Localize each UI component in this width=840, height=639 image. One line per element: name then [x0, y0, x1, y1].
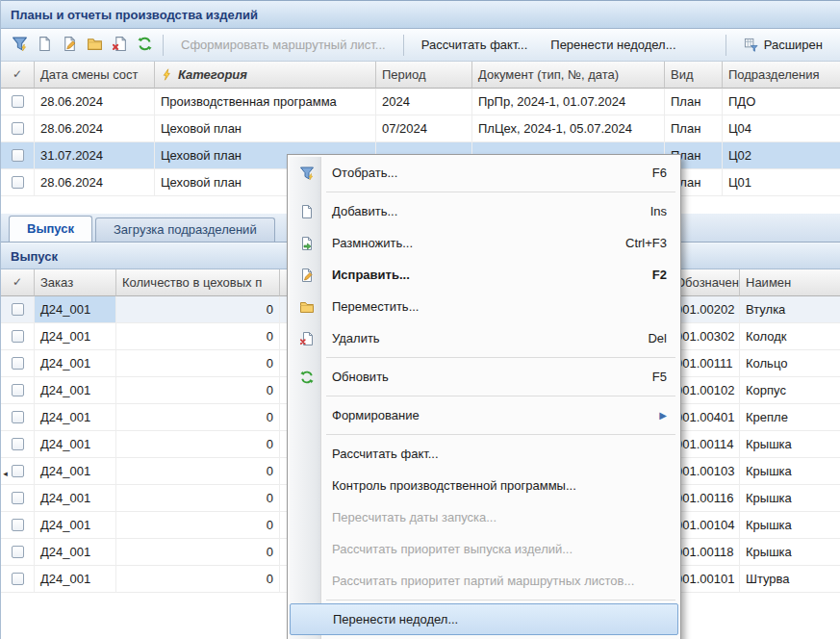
name-cell: Штурва	[740, 566, 840, 593]
menu-item-label: Контроль производственной программы...	[332, 478, 576, 493]
order-cell: Д24_001	[35, 512, 116, 539]
menu-shortcut: F5	[633, 370, 667, 384]
checkbox	[12, 411, 24, 423]
menu-item-0[interactable]: Отобрать...F6	[290, 157, 678, 189]
refresh-icon	[137, 36, 153, 55]
folder-icon	[87, 36, 103, 55]
menu-item-4[interactable]: Исправить...F2	[290, 259, 678, 291]
tab-0[interactable]: Выпуск	[9, 216, 92, 242]
refresh-icon	[299, 370, 315, 385]
section-title: Выпуск	[11, 249, 58, 264]
toolbar-button-2[interactable]: Перенести недодел...	[539, 33, 687, 58]
menu-separator	[326, 192, 675, 192]
row-select-checkbox[interactable]	[1, 115, 35, 142]
toolbar-refresh-button[interactable]	[132, 33, 157, 58]
toolbar-button-0[interactable]: Сформировать маршрутный лист...	[169, 33, 397, 58]
toolbar-edit-button[interactable]	[57, 33, 82, 58]
row-select-checkbox[interactable]	[1, 377, 35, 404]
order-cell: Д24_001	[35, 377, 116, 404]
tab-1[interactable]: Загрузка подразделений	[95, 217, 275, 242]
menu-item-15[interactable]: Рассчитать приоритет выпуска изделий...	[290, 533, 678, 565]
plans-row-1[interactable]: 28.06.2024Цеховой план07/2024ПлЦех, 2024…	[1, 115, 840, 142]
checkbox	[12, 176, 24, 189]
menu-item-label: Пересчитать даты запуска...	[332, 510, 496, 524]
menu-item-label: Добавить...	[332, 204, 397, 218]
menu-item-18[interactable]: Перенести недодел...	[290, 603, 678, 635]
row-select-checkbox[interactable]	[1, 566, 35, 593]
menu-item-3[interactable]: Размножить...Ctrl+F3	[290, 227, 678, 259]
plans-table-column-header-1[interactable]: Категория	[155, 62, 376, 89]
column-title: Обозначение	[675, 275, 740, 290]
output-table-column-header-4[interactable]: Наимен	[740, 269, 840, 296]
tab-label: Загрузка подразделений	[114, 222, 257, 237]
menu-shortcut: Ctrl+F3	[606, 236, 667, 250]
row-select-checkbox[interactable]	[1, 512, 35, 539]
menu-item-5[interactable]: Переместить...	[290, 291, 678, 322]
menu-item-label: Рассчитать приоритет выпуска изделий...	[332, 542, 573, 556]
row-select-checkbox[interactable]	[1, 350, 35, 377]
plans-cell: Ц01	[723, 169, 840, 196]
quantity-cell: 0	[116, 323, 280, 350]
quantity-cell: 0	[116, 296, 280, 323]
plans-cell: Ц02	[723, 142, 840, 169]
quantity-cell: 0	[116, 539, 280, 566]
select-all-header[interactable]: ✓	[1, 269, 35, 296]
copy-doc-icon	[299, 236, 315, 251]
plans-table-column-header-5[interactable]: Подразделения	[723, 62, 840, 89]
splitter-collapse-button[interactable]: ◂	[1, 452, 10, 495]
row-select-checkbox[interactable]	[1, 142, 35, 169]
menu-item-16[interactable]: Рассчитать приоритет партий маршрутных л…	[290, 565, 678, 597]
menu-item-label: Переместить...	[332, 299, 419, 314]
delete-doc-icon	[299, 331, 315, 346]
column-title: Вид	[671, 67, 694, 82]
checkbox	[12, 438, 24, 450]
toolbar-button-1[interactable]: Рассчитать факт...	[410, 33, 540, 58]
plans-table-column-header-3[interactable]: Документ (тип, №, дата)	[472, 62, 665, 89]
row-select-checkbox[interactable]	[1, 539, 35, 566]
quantity-cell: 0	[116, 485, 280, 512]
toolbar-delete-button[interactable]	[107, 33, 132, 58]
menu-item-6[interactable]: УдалитьDel	[290, 322, 678, 354]
quantity-cell: 0	[116, 350, 280, 377]
column-title: Подразделения	[728, 67, 820, 82]
row-select-checkbox[interactable]	[1, 404, 35, 431]
menu-item-2[interactable]: Добавить...Ins	[290, 195, 678, 227]
row-select-checkbox[interactable]	[1, 89, 35, 115]
checkbox	[12, 149, 24, 162]
menu-item-8[interactable]: ОбновитьF5	[290, 361, 678, 393]
tab-label: Выпуск	[27, 221, 74, 236]
row-select-checkbox[interactable]	[1, 169, 35, 196]
name-cell: Втулка	[740, 296, 840, 323]
plans-cell: ПрПр, 2024-1, 01.07.2024	[472, 89, 665, 115]
plans-row-0[interactable]: 28.06.2024Производственная программа2024…	[1, 89, 840, 115]
toolbar-add-button[interactable]	[32, 33, 57, 58]
toolbar-move-button[interactable]	[82, 33, 107, 58]
menu-shortcut: F2	[633, 268, 667, 282]
name-cell: Корпус	[740, 377, 840, 404]
output-table-column-header-0[interactable]: Заказ	[35, 269, 116, 296]
menu-shortcut: F6	[633, 166, 667, 180]
row-select-checkbox[interactable]	[1, 296, 35, 323]
toolbar-filter-button[interactable]	[7, 33, 32, 58]
select-all-header[interactable]: ✓	[1, 62, 35, 89]
menu-item-12[interactable]: Рассчитать факт...	[290, 438, 678, 470]
quantity-cell: 0	[116, 431, 280, 458]
menu-item-label: Обновить	[332, 370, 389, 384]
edit-doc-icon	[62, 36, 78, 55]
menu-item-14[interactable]: Пересчитать даты запуска...	[290, 501, 678, 533]
menu-item-13[interactable]: Контроль производственной программы...	[290, 470, 678, 501]
checkbox	[12, 330, 24, 343]
menu-item-label: Рассчитать приоритет партий маршрутных л…	[332, 574, 634, 588]
collapse-left-icon: ◂	[3, 469, 8, 478]
folder-icon	[299, 299, 315, 315]
output-table-column-header-1[interactable]: Количество в цеховых п	[116, 269, 280, 296]
name-cell: Колодк	[740, 323, 840, 350]
plans-table-column-header-2[interactable]: Период	[376, 62, 472, 89]
plans-table-column-header-0[interactable]: Дата смены сост	[35, 62, 155, 89]
plans-cell: 28.06.2024	[35, 169, 155, 196]
menu-item-10[interactable]: Формирование▶	[290, 399, 678, 431]
toolbar-advanced-button[interactable]: Расширен	[732, 33, 834, 58]
row-select-checkbox[interactable]	[1, 323, 35, 350]
plans-table-column-header-4[interactable]: Вид	[665, 62, 723, 89]
window-titlebar: Планы и отчеты производства изделий	[1, 0, 840, 29]
